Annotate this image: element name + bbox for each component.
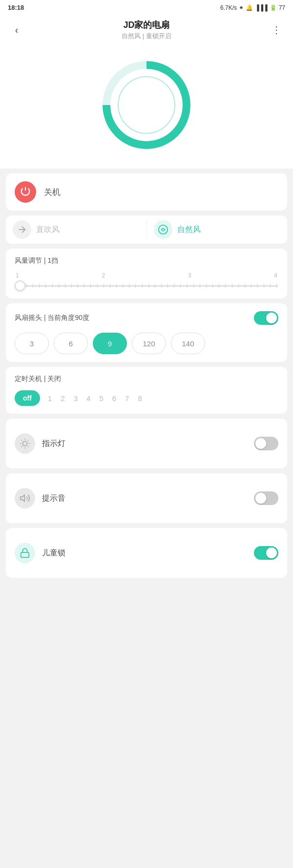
child-lock-name: 儿童锁 bbox=[42, 548, 247, 558]
timer-card: 定时关机 | 关闭 off 1 2 3 4 5 6 7 8 bbox=[6, 367, 287, 414]
child-lock-row: 儿童锁 bbox=[15, 536, 278, 570]
dial-area bbox=[0, 46, 293, 169]
swing-section-label: 风扇摇头 | 当前角度90度 bbox=[15, 314, 89, 322]
sound-card: 提示音 bbox=[6, 473, 287, 523]
indicator-card: 指示灯 bbox=[6, 419, 287, 468]
power-button[interactable] bbox=[15, 181, 36, 203]
timer-8[interactable]: 8 bbox=[137, 392, 143, 404]
svg-line-7 bbox=[21, 446, 22, 447]
sound-name: 提示音 bbox=[42, 493, 247, 504]
device-subtitle: 自然风 | 童锁开启 bbox=[25, 32, 268, 41]
angle-btn-120[interactable]: 120 bbox=[132, 333, 166, 354]
swing-card: 风扇摇头 | 当前角度90度 3 6 9 120 140 bbox=[6, 303, 287, 362]
battery-icon: 🔋 bbox=[270, 4, 277, 11]
swing-toggle[interactable] bbox=[254, 311, 278, 325]
slider-ticks bbox=[25, 284, 278, 288]
svg-line-8 bbox=[28, 440, 28, 441]
timer-nums: off 1 2 3 4 5 6 7 8 bbox=[15, 390, 278, 406]
child-lock-toggle[interactable] bbox=[254, 546, 278, 560]
battery-percent: 77 bbox=[279, 4, 285, 11]
direct-wind-label: 直吹风 bbox=[36, 225, 60, 235]
network-speed: 6.7K/s bbox=[220, 4, 237, 11]
power-card: 关机 bbox=[6, 173, 287, 211]
signal-icon: ▐▐▐ bbox=[255, 4, 268, 11]
timer-3[interactable]: 3 bbox=[73, 392, 79, 404]
speed-slider[interactable] bbox=[15, 281, 278, 291]
timer-4[interactable]: 4 bbox=[85, 392, 91, 404]
device-title: JD家的电扇 bbox=[25, 19, 268, 31]
swing-header: 风扇摇头 | 当前角度90度 bbox=[15, 311, 278, 325]
svg-rect-10 bbox=[21, 552, 29, 557]
more-button[interactable]: ⋮ bbox=[268, 21, 285, 39]
angle-options: 3 6 9 120 140 bbox=[15, 333, 278, 354]
angle-btn-3[interactable]: 3 bbox=[15, 333, 49, 354]
wind-option-direct[interactable]: 直吹风 bbox=[6, 215, 146, 244]
speed-card: 风量调节 | 1挡 1 2 3 4 bbox=[6, 249, 287, 298]
slider-thumb[interactable] bbox=[15, 280, 25, 291]
dial-outer[interactable] bbox=[103, 61, 190, 149]
timer-6[interactable]: 6 bbox=[111, 392, 117, 404]
angle-btn-140[interactable]: 140 bbox=[171, 333, 205, 354]
wind-mode-row: 直吹风 自然风 bbox=[6, 215, 287, 244]
indicator-name: 指示灯 bbox=[42, 439, 247, 449]
svg-line-3 bbox=[21, 440, 22, 441]
back-button[interactable]: ‹ bbox=[8, 21, 25, 39]
scale-3: 3 bbox=[188, 272, 191, 279]
swing-toggle-knob bbox=[266, 313, 277, 323]
timer-5[interactable]: 5 bbox=[98, 392, 104, 404]
svg-marker-9 bbox=[21, 495, 24, 502]
svg-line-4 bbox=[28, 446, 28, 447]
speed-section-label: 风量调节 | 1挡 bbox=[15, 256, 278, 265]
indicator-icon bbox=[15, 433, 35, 454]
header-center: JD家的电扇 自然风 | 童锁开启 bbox=[25, 19, 268, 41]
child-lock-toggle-knob bbox=[266, 548, 277, 558]
svg-point-0 bbox=[22, 441, 27, 445]
sound-toggle[interactable] bbox=[254, 491, 278, 505]
indicator-toggle[interactable] bbox=[254, 437, 278, 450]
timer-off-btn[interactable]: off bbox=[15, 390, 40, 406]
natural-wind-icon bbox=[154, 220, 172, 239]
child-lock-icon bbox=[15, 543, 35, 563]
speed-scale: 1 2 3 4 bbox=[15, 272, 278, 279]
sound-icon bbox=[15, 488, 35, 508]
status-bar: 18:18 6.7K/s ⁕ 🔔 ▐▐▐ 🔋 77 bbox=[0, 0, 293, 15]
dial-circle bbox=[118, 76, 175, 134]
status-time: 18:18 bbox=[8, 4, 24, 11]
timer-2[interactable]: 2 bbox=[60, 392, 65, 404]
scale-2: 2 bbox=[102, 272, 105, 279]
scale-1: 1 bbox=[16, 272, 19, 279]
app-header: ‹ JD家的电扇 自然风 | 童锁开启 ⋮ bbox=[0, 15, 293, 46]
timer-1[interactable]: 1 bbox=[47, 392, 53, 404]
bluetooth-icon: ⁕ bbox=[239, 4, 244, 11]
wind-option-natural[interactable]: 自然风 bbox=[147, 215, 288, 244]
status-right: 6.7K/s ⁕ 🔔 ▐▐▐ 🔋 77 bbox=[220, 4, 285, 11]
power-label: 关机 bbox=[44, 187, 61, 198]
angle-btn-9[interactable]: 9 bbox=[93, 333, 127, 354]
scale-4: 4 bbox=[274, 272, 277, 279]
sound-row: 提示音 bbox=[15, 481, 278, 515]
sound-toggle-knob bbox=[255, 493, 266, 504]
angle-btn-6[interactable]: 6 bbox=[54, 333, 88, 354]
direct-wind-icon bbox=[13, 220, 31, 239]
indicator-row: 指示灯 bbox=[15, 426, 278, 461]
power-row: 关机 bbox=[15, 181, 278, 203]
timer-section-label: 定时关机 | 关闭 bbox=[15, 375, 278, 383]
dial-inner bbox=[110, 69, 183, 141]
child-lock-card: 儿童锁 bbox=[6, 528, 287, 578]
wind-mode-card: 直吹风 自然风 bbox=[6, 215, 287, 244]
wifi-icon: 🔔 bbox=[246, 4, 253, 11]
indicator-toggle-knob bbox=[255, 438, 266, 449]
timer-7[interactable]: 7 bbox=[124, 392, 130, 404]
natural-wind-label: 自然风 bbox=[177, 225, 201, 235]
